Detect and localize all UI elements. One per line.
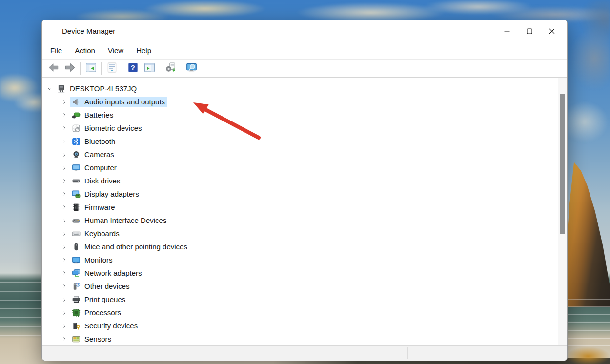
chevron-right-icon[interactable] [61,138,68,145]
tree-item-biometric-devices[interactable]: Biometric devices [61,121,558,135]
device-search-icon [186,62,197,75]
scrollbar-thumb[interactable] [560,94,565,234]
titlebar[interactable]: Device Manager [42,20,567,42]
tree-item-body: Print queues [70,294,128,305]
vertical-scrollbar[interactable] [558,78,567,346]
chevron-right-icon[interactable] [61,243,68,251]
tree-item-label: Bluetooth [84,137,115,145]
mouse-icon [72,243,81,251]
tree-item-disk-drives[interactable]: Disk drives [61,174,558,187]
chevron-right-icon[interactable] [61,98,68,106]
menu-help[interactable]: Help [130,44,158,57]
chevron-right-icon[interactable] [61,283,68,290]
chevron-right-icon[interactable] [61,335,68,343]
chevron-right-icon[interactable] [61,230,68,238]
toolbar-back-arrow-button[interactable] [45,61,61,76]
chevron-right-icon[interactable] [61,309,68,317]
device-tree-panel: DESKTOP-4L537JQAudio inputs and outputsB… [42,78,567,346]
tree-item-network-adapters[interactable]: Network adapters [61,266,558,280]
tree-item-human-interface-devices[interactable]: Human Interface Devices [61,214,558,227]
chevron-right-icon[interactable] [61,217,68,224]
tree-item-sensors[interactable]: Sensors [61,332,558,345]
tree-item-keyboards[interactable]: Keyboards [61,227,558,240]
chevron-right-icon[interactable] [61,203,68,211]
tree-item-bluetooth[interactable]: Bluetooth [61,135,558,148]
menu-action[interactable]: Action [68,44,102,57]
display-adapter-icon [72,190,81,199]
tree-item-body: Cameras [70,149,117,160]
help-icon: ? [127,62,139,75]
camera-icon [72,150,81,159]
sand-reflection [566,342,610,364]
toolbar-separator [101,62,102,75]
tree-item-body: Batteries [70,110,116,121]
tree-item-body: Security devices [70,321,140,331]
close-button[interactable] [541,23,563,40]
tree-item-body: Display adapters [70,189,142,200]
menu-view[interactable]: View [102,44,130,57]
tree-item-processors[interactable]: Processors [61,306,558,319]
tree-item-body: Mice and other pointing devices [70,242,190,252]
toolbar-separator [181,62,181,75]
tree-item-body: DESKTOP-4L537JQ [56,83,139,94]
bluetooth-icon [72,137,81,146]
clouds [565,0,610,166]
monitor-icon [72,256,81,264]
chevron-right-icon[interactable] [61,164,68,172]
minimize-button[interactable] [496,23,518,40]
chevron-right-icon[interactable] [61,269,68,277]
printer-icon [72,295,81,304]
toolbar-action-pane-button[interactable] [141,61,158,76]
menu-file[interactable]: File [44,44,68,57]
tree-item-desktop-4l537jq[interactable]: DESKTOP-4L537JQ [46,82,558,95]
chevron-right-icon[interactable] [61,256,68,264]
tree-item-label: Disk drives [84,177,120,185]
chevron-right-icon[interactable] [61,124,68,132]
cliff-photo [566,162,610,307]
chevron-right-icon[interactable] [61,177,68,185]
toolbar-properties-button[interactable] [103,61,120,76]
tree-item-monitors[interactable]: Monitors [61,253,558,266]
tree-item-body: Audio inputs and outputs [70,97,167,107]
network-adapter-icon [72,269,81,278]
chevron-right-icon[interactable] [61,111,68,119]
tree-item-body: Human Interface Devices [70,215,169,226]
device-manager-icon [49,27,58,35]
tree-item-label: Sensors [84,335,111,343]
tree-item-other-devices[interactable]: ?Other devices [61,280,558,293]
toolbar-console-tree-button[interactable] [82,61,99,76]
tree-item-security-devices[interactable]: Security devices [61,319,558,332]
chevron-right-icon[interactable] [61,322,68,330]
tree-item-body: Bluetooth [70,136,118,147]
tree-item-body: Network adapters [70,268,144,279]
tree-item-mice-and-other-pointing-devices[interactable]: Mice and other pointing devices [61,240,558,253]
computer-monitor-icon [72,163,81,172]
tree-item-label: Display adapters [84,190,139,198]
chevron-down-icon[interactable] [46,85,54,93]
maximize-button[interactable] [518,23,541,40]
chevron-right-icon[interactable] [61,190,68,198]
console-tree-icon [85,62,97,75]
tree-item-display-adapters[interactable]: Display adapters [61,187,558,201]
tree-item-body: Processors [70,307,123,318]
tree-item-print-queues[interactable]: Print queues [61,293,558,306]
status-bar [42,345,567,361]
chevron-right-icon[interactable] [61,296,68,303]
toolbar-help-button[interactable]: ? [124,61,141,76]
tree-item-body: Sensors [70,334,114,344]
toolbar-separator [122,62,122,75]
tree-item-label: Processors [84,308,121,317]
toolbar: ? [42,60,567,78]
toolbar-forward-arrow-button[interactable] [61,61,78,76]
toolbar-scan-hardware-changes-button[interactable] [162,61,179,76]
tree-item-cameras[interactable]: Cameras [61,148,558,161]
chevron-right-icon[interactable] [61,151,68,159]
tree-item-batteries[interactable]: Batteries [61,108,558,121]
toolbar-device-search-button[interactable] [183,61,200,76]
sensor-icon [72,335,81,344]
tree-item-audio-inputs-and-outputs[interactable]: Audio inputs and outputs [61,95,558,108]
tree-item-computer[interactable]: Computer [61,161,558,174]
firmware-chip-icon [72,203,81,212]
fingerprint-icon [72,124,81,133]
tree-item-firmware[interactable]: Firmware [61,201,558,214]
